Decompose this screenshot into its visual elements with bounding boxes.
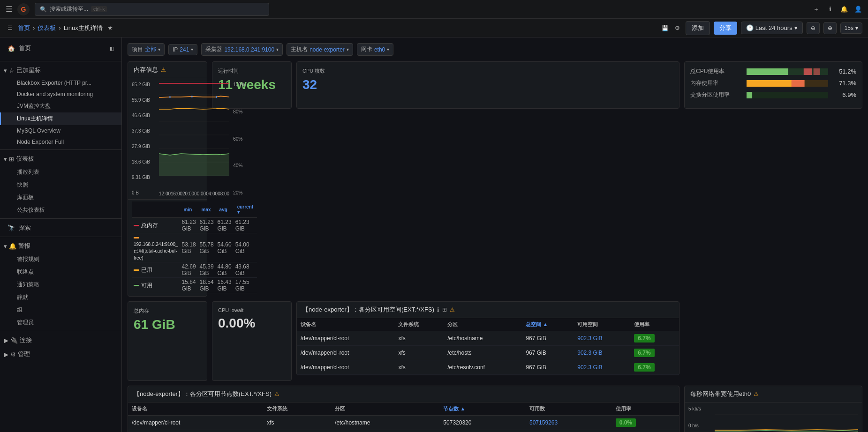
mem-y2: 46.6 GiB xyxy=(132,113,155,118)
sidebar-item-alert-rules[interactable]: 警报规则 xyxy=(0,253,121,266)
network-chart-body: 5 kb/s 0 b/s -5 kb/s -10 kb/s xyxy=(685,402,862,432)
inode-row2-device: /dev/mapper/cl-root xyxy=(128,430,263,432)
mem-y6: 9.31 GiB xyxy=(132,175,155,180)
main-layout: 🏠 首页 ◧ ▾ ☆ 已加星标 Blackbox Exporter (HTTP … xyxy=(0,37,868,432)
home-icon: 🏠 xyxy=(8,45,15,52)
filter-project-value: 全部 xyxy=(145,45,156,53)
net-y0: 5 kb/s xyxy=(688,406,712,411)
svg-text:G: G xyxy=(21,6,26,13)
inode-col-avail[interactable]: 可用数 xyxy=(526,402,612,416)
sidebar-item-jvm[interactable]: JVM监控大盘 xyxy=(0,100,121,112)
sidebar-item-blackbox[interactable]: Blackbox Exporter (HTTP pr... xyxy=(0,77,121,89)
time-range-picker[interactable]: 🕐 Last 24 hours ▾ xyxy=(741,22,803,34)
disk-inode-panel: 【node-exporter】：各分区可用节点数(EXT.*/XFS) ⚠ 设备… xyxy=(128,386,679,432)
cpu-cores-label: CPU 核数 xyxy=(302,67,673,74)
sidebar-item-silence[interactable]: 静默 xyxy=(0,291,121,304)
memory-panel-header: 内存信息 ⚠ xyxy=(128,62,207,78)
filter-ip[interactable]: IP 241 ▾ xyxy=(168,44,197,55)
menu-icon[interactable]: ☰ xyxy=(6,24,14,32)
save-icon[interactable]: 💾 xyxy=(661,24,670,32)
sidebar-item-playlist[interactable]: 播放列表 xyxy=(0,166,121,179)
disk-space-col-avail[interactable]: 可用空间 xyxy=(574,318,630,331)
disk-row2-device: /dev/mapper/cl-root xyxy=(297,346,394,360)
svg-rect-4 xyxy=(804,68,812,75)
inode-col-usage[interactable]: 使用率 xyxy=(612,402,679,416)
swap-usage-label: 交换分区使用率 xyxy=(690,91,742,99)
sidebar-item-groups[interactable]: 组 xyxy=(0,304,121,316)
hamburger-menu[interactable]: ☰ xyxy=(6,5,12,14)
connections-icon: 🔌 xyxy=(10,337,18,344)
cpu-iowait-value: 0.00% xyxy=(218,316,286,331)
disk-space-col-total[interactable]: 总空间 ▲ xyxy=(522,318,574,331)
inode-row2-fs: xfs xyxy=(263,430,331,432)
dashboards-link[interactable]: 仪表板 xyxy=(38,24,56,32)
legend-label-used: 已用 xyxy=(141,267,152,273)
mem-y3: 37.3 GiB xyxy=(132,128,155,134)
disk-space-col-partition[interactable]: 分区 xyxy=(444,318,522,331)
table-row: /dev/mapper/cl-root xfs /etc/hostname 50… xyxy=(128,416,679,430)
alerts-group-header[interactable]: ▾ 🔔 警报 xyxy=(0,239,121,253)
filter-collector[interactable]: 采集器 192.168.0.241:9100 ▾ xyxy=(201,43,283,56)
home-link[interactable]: 首页 xyxy=(18,24,30,32)
plus-icon[interactable]: ＋ xyxy=(812,5,820,14)
zoom-out-btn[interactable]: ⊖ xyxy=(807,22,820,34)
inode-col-device[interactable]: 设备名 xyxy=(128,402,263,416)
sidebar-item-snapshot[interactable]: 快照 xyxy=(0,179,121,191)
star-icon[interactable]: ★ xyxy=(107,24,113,31)
sidebar-item-docker[interactable]: Docker and system monitoring xyxy=(0,89,121,100)
inode-row2-usage: 0.0% xyxy=(612,430,679,432)
sidebar-item-notification-policy[interactable]: 通知策略 xyxy=(0,278,121,291)
sidebar-item-library[interactable]: 库面板 xyxy=(0,191,121,204)
filter-nic-label: 网卡 xyxy=(361,45,372,53)
dashboards-group-header[interactable]: ▾ ⊞ 仪表板 xyxy=(0,152,121,166)
settings-icon[interactable]: ⚙ xyxy=(673,24,682,32)
cpu-cores-value: 32 xyxy=(302,77,673,92)
legend-row-total: 总内存 61.23 GiB 61.23 GiB 61.23 GiB 61.23 … xyxy=(132,218,257,233)
filter-hostname[interactable]: 主机名 node-exporter ▾ xyxy=(287,43,353,56)
user-avatar[interactable]: 👤 xyxy=(854,5,862,14)
info-icon[interactable]: ℹ xyxy=(826,5,834,14)
svg-rect-10 xyxy=(752,92,828,98)
sidebar-item-admin[interactable]: 管理员 xyxy=(0,316,121,329)
mem-usage-label: 内存使用率 xyxy=(690,79,742,87)
sidebar-item-mysql[interactable]: MySQL Overview xyxy=(0,125,121,136)
svg-point-20 xyxy=(169,96,170,98)
legend-row-available: 可用 15.84 GiB 18.54 GiB 16.43 GiB 17.55 G… xyxy=(132,278,257,293)
starred-group-header[interactable]: ▾ ☆ 已加星标 xyxy=(0,63,121,77)
zoom-in-btn[interactable]: ⊕ xyxy=(823,22,837,34)
search-bar[interactable]: 🔍 搜索或跳转至... ctrl+k xyxy=(35,3,269,16)
sidebar-item-home[interactable]: 🏠 首页 ◧ xyxy=(0,41,121,55)
settings-group-header[interactable]: ▶ ⚙ 管理 xyxy=(0,347,121,361)
disk-row1-partition: /etc/hostname xyxy=(444,331,522,346)
filter-project[interactable]: 项目 全部 ▾ xyxy=(128,43,165,56)
disk-space-external-icon[interactable]: ⊞ xyxy=(442,306,447,313)
mem-x2: 20:00 xyxy=(182,191,194,196)
disk-space-header: 【node-exporter】：各分区可用空间(EXT.*/XFS) ℹ ⊞ ⚠ xyxy=(297,302,679,318)
disk-row3-total: 967 GiB xyxy=(522,360,574,375)
disk-space-col-device[interactable]: 设备名 xyxy=(297,318,394,331)
legend-label-cache: 192.168.0.241:9100_已用(total-cache-buf-fr… xyxy=(134,242,178,261)
mem-pct3: 40% xyxy=(233,163,249,168)
right-col-spacer xyxy=(684,301,862,381)
add-button[interactable]: 添加 xyxy=(686,21,710,35)
sidebar-item-explore[interactable]: 🔭 探索 xyxy=(0,221,121,235)
disk-space-info-icon[interactable]: ℹ xyxy=(437,306,439,313)
refresh-interval[interactable]: 15s ▾ xyxy=(840,22,862,34)
sidebar-item-contact-points[interactable]: 联络点 xyxy=(0,266,121,278)
inode-col-fs[interactable]: 文件系统 xyxy=(263,402,331,416)
inode-col-partition[interactable]: 分区 xyxy=(331,402,439,416)
share-button[interactable]: 分享 xyxy=(714,22,737,35)
connections-group-header[interactable]: ▶ 🔌 连接 xyxy=(0,333,121,347)
sidebar-item-linux[interactable]: Linux主机详情 xyxy=(0,112,121,125)
filter-nic[interactable]: 网卡 eth0 ▾ xyxy=(357,43,393,56)
sidebar-item-public[interactable]: 公共仪表板 xyxy=(0,204,121,216)
notifications-icon[interactable]: 🔔 xyxy=(840,5,848,14)
legend-label-total: 总内存 xyxy=(141,222,158,229)
disk-space-col-fs[interactable]: 文件系统 xyxy=(394,318,444,331)
sidebar-toggle-icon[interactable]: ◧ xyxy=(109,45,114,52)
inode-col-nodes[interactable]: 节点数 ▲ xyxy=(439,402,526,416)
inode-row1-device: /dev/mapper/cl-root xyxy=(128,416,263,430)
alert-items: 警报规则 联络点 通知策略 静默 组 xyxy=(0,253,121,316)
disk-space-col-usage[interactable]: 使用率 xyxy=(630,318,679,331)
sidebar-item-node[interactable]: Node Exporter Full xyxy=(0,136,121,148)
